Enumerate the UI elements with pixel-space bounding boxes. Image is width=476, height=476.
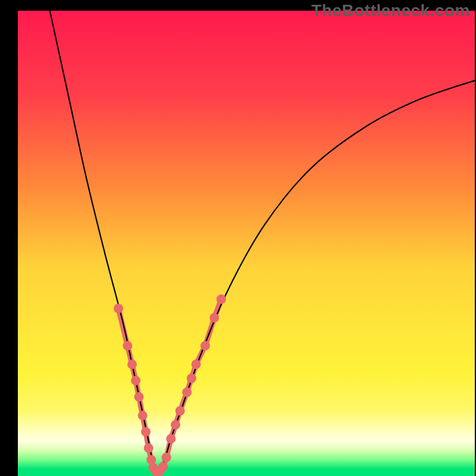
marker-dot bbox=[131, 376, 140, 386]
plot-area bbox=[18, 11, 475, 476]
frame: TheBottleneck.com bbox=[0, 0, 476, 476]
marker-dot bbox=[127, 359, 137, 369]
gradient-background bbox=[18, 11, 475, 476]
marker-dot bbox=[187, 374, 196, 383]
marker-dot bbox=[158, 462, 168, 471]
marker-dot bbox=[134, 392, 144, 402]
marker-dot bbox=[192, 359, 201, 369]
marker-dot bbox=[176, 406, 185, 416]
marker-dot bbox=[114, 303, 123, 313]
marker-dot bbox=[144, 443, 154, 453]
marker-dot bbox=[141, 427, 151, 437]
chart-svg bbox=[18, 11, 475, 476]
marker-dot bbox=[146, 455, 156, 465]
marker-dot bbox=[162, 453, 171, 462]
marker-dot bbox=[209, 313, 219, 322]
marker-dot bbox=[201, 341, 210, 350]
marker-dot bbox=[166, 434, 176, 443]
marker-dot bbox=[123, 341, 132, 350]
marker-dot bbox=[138, 411, 148, 420]
marker-dot bbox=[217, 295, 226, 304]
marker-dot bbox=[171, 420, 180, 430]
marker-dot bbox=[182, 387, 192, 397]
watermark-text: TheBottleneck.com bbox=[311, 1, 470, 20]
